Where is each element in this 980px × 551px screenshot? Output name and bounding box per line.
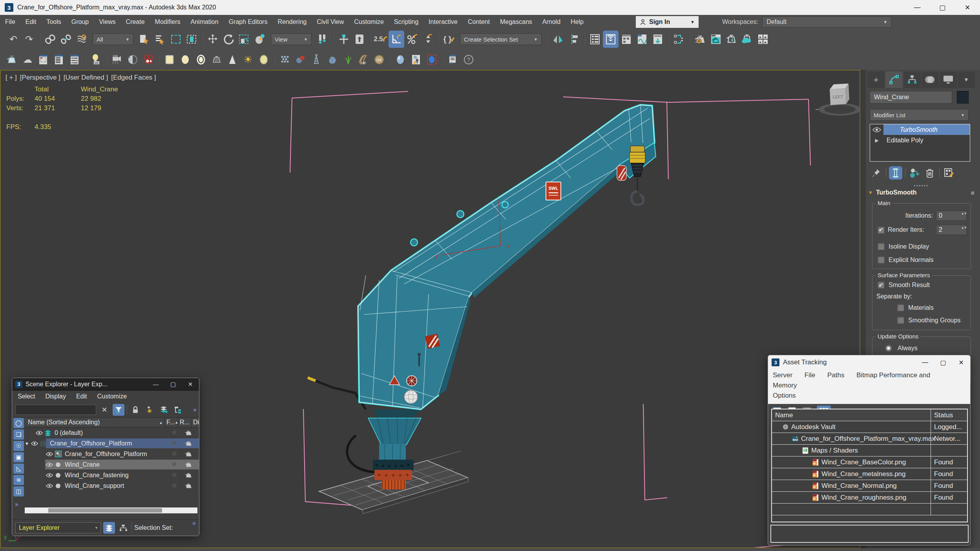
menu-paths[interactable]: Paths: [827, 371, 844, 379]
render-setup-icon[interactable]: [692, 31, 708, 48]
eye-icon[interactable]: [870, 124, 883, 135]
eye-icon[interactable]: [45, 462, 54, 467]
asset-row-vault[interactable]: Autodesk Vault Logged...: [772, 421, 967, 433]
minimize-button[interactable]: —: [916, 355, 934, 369]
scatter-icon[interactable]: [277, 51, 293, 68]
select-and-scale-icon[interactable]: [236, 31, 252, 48]
asset-row-max-file[interactable]: MAX Crane_for_Offshore_Platform_max_vray…: [772, 433, 967, 445]
snaps-toggle-25-icon[interactable]: 2.5: [373, 31, 389, 48]
keyboard-shortcut-override-icon[interactable]: [352, 31, 367, 48]
teapot-render-icon[interactable]: [4, 51, 20, 68]
framebuffer-icon[interactable]: [35, 51, 51, 68]
object-color-swatch[interactable]: [957, 91, 969, 104]
asset-row-roughness[interactable]: Wind_Crane_roughness.png Found: [772, 492, 967, 504]
viewport-shading-label[interactable]: [Edged Faces ]: [111, 74, 156, 82]
minimize-button[interactable]: —: [147, 378, 164, 391]
vray-light-lister-icon[interactable]: [88, 51, 104, 68]
menu-customize[interactable]: Customize: [349, 15, 389, 29]
filter-groups-button[interactable]: ◫: [13, 486, 24, 496]
frozen-column-header[interactable]: F...▲: [164, 417, 178, 427]
menu-customize[interactable]: Customize: [97, 393, 127, 400]
edit-named-selection-sets-icon[interactable]: { }: [441, 31, 457, 48]
sphere-light-icon[interactable]: [177, 51, 193, 68]
vray-toolbar-list-icon[interactable]: [445, 51, 461, 68]
tab-hierarchy[interactable]: [903, 71, 921, 88]
configure-modifier-sets-icon[interactable]: [942, 166, 956, 180]
layer-row-crane[interactable]: ▼ Crane_for_Offshore_Platform ❄: [25, 438, 199, 449]
spinner-snap-toggle-icon[interactable]: [420, 31, 436, 48]
always-radio[interactable]: [885, 345, 892, 352]
menu-rendering[interactable]: Rendering: [272, 15, 312, 29]
render-production-icon[interactable]: [724, 31, 739, 48]
menu-views[interactable]: Views: [94, 15, 120, 29]
eye-icon[interactable]: [45, 484, 54, 488]
eye-icon[interactable]: [45, 452, 54, 456]
rectangular-selection-region-icon[interactable]: [168, 31, 184, 48]
menu-server[interactable]: Server: [773, 371, 792, 379]
unlink-selection-icon[interactable]: [58, 31, 74, 48]
menu-arnold[interactable]: Arnold: [537, 15, 566, 29]
disc-light-icon[interactable]: [193, 51, 209, 68]
menu-file[interactable]: File: [805, 371, 815, 379]
physical-camera-icon[interactable]: [141, 51, 156, 68]
smooth-result-checkbox[interactable]: ✔: [877, 281, 885, 289]
menu-edit[interactable]: Edit: [20, 15, 42, 29]
menu-content[interactable]: Content: [463, 15, 495, 29]
renderable-teapot-icon[interactable]: [182, 483, 194, 489]
display-column-header[interactable]: Di: [191, 417, 199, 427]
sphere-primitive-icon[interactable]: [392, 51, 408, 68]
nest-layer-icon[interactable]: [172, 404, 184, 416]
render-setup-dialog-icon[interactable]: [671, 31, 687, 48]
minimize-button[interactable]: —: [905, 0, 930, 15]
frozen-snowflake-icon[interactable]: ❄: [168, 439, 181, 447]
renderable-teapot-icon[interactable]: [182, 451, 194, 457]
ambient-light-icon[interactable]: [256, 51, 272, 68]
render-gallery-icon[interactable]: [755, 31, 771, 48]
eye-icon[interactable]: [35, 431, 44, 435]
mesh-light-icon[interactable]: [209, 51, 224, 68]
menu-graph-editors[interactable]: Graph Editors: [224, 15, 273, 29]
menu-edit[interactable]: Edit: [76, 393, 87, 400]
asset-row-maps-shaders[interactable]: Maps / Shaders: [772, 445, 967, 456]
named-selection-set-dropdown[interactable]: Create Selection Set ▼: [460, 33, 542, 45]
redo-icon[interactable]: ↷: [21, 31, 37, 48]
toggle-scene-explorer-icon[interactable]: [603, 31, 619, 48]
filter-helpers-button[interactable]: ◺: [13, 464, 24, 474]
menu-civil-view[interactable]: Civil View: [312, 15, 349, 29]
proxy-icon[interactable]: [293, 51, 308, 68]
menu-help[interactable]: Help: [566, 15, 589, 29]
materials-checkbox[interactable]: [897, 304, 904, 311]
curve-editor-icon[interactable]: [619, 31, 634, 48]
filter-lights-button[interactable]: ☉: [13, 441, 24, 451]
viewcube[interactable]: LEFT: [816, 84, 860, 116]
status-column-header[interactable]: Status: [931, 409, 964, 421]
viewport-user-label[interactable]: [User Defined ]: [64, 74, 108, 82]
cloud-icon[interactable]: ☁: [20, 51, 35, 68]
maximize-button[interactable]: ▢: [930, 0, 955, 15]
frozen-snowflake-icon[interactable]: ❄: [168, 429, 181, 437]
menu-animation[interactable]: Animation: [186, 15, 224, 29]
dome-light-icon[interactable]: [125, 51, 141, 68]
object-row-wind-crane[interactable]: Wind_Crane ❄: [25, 459, 199, 470]
select-and-rotate-icon[interactable]: [221, 31, 236, 48]
select-and-place-icon[interactable]: [252, 31, 268, 48]
crane-model[interactable]: SWL: [358, 105, 654, 409]
menu-options[interactable]: Options: [773, 392, 796, 399]
close-button[interactable]: ✕: [182, 378, 199, 391]
schematic-view-icon[interactable]: [634, 31, 650, 48]
tab-utilities-dropdown[interactable]: ▼: [958, 71, 975, 88]
reference-coordinate-dropdown[interactable]: View ▼: [271, 33, 312, 45]
mirror-icon[interactable]: [550, 31, 566, 48]
menu-group[interactable]: Group: [66, 15, 94, 29]
turbosmooth-rollout-header[interactable]: ▼ TurboSmooth ▦: [868, 187, 975, 198]
render-elements-icon[interactable]: [51, 51, 67, 68]
menu-file[interactable]: File: [0, 15, 20, 29]
renderable-teapot-icon[interactable]: [182, 473, 194, 478]
frozen-snowflake-icon[interactable]: ❄: [168, 482, 181, 490]
object-paint-icon[interactable]: [408, 51, 424, 68]
ornatrix-icon[interactable]: OX: [371, 51, 387, 68]
filter-all-button[interactable]: ◯: [13, 418, 24, 428]
menu-display[interactable]: Display: [45, 393, 66, 400]
modifier-list-dropdown[interactable]: Modifier List ▼: [870, 109, 969, 121]
viewport-menu-label[interactable]: [ + ]: [5, 74, 17, 82]
